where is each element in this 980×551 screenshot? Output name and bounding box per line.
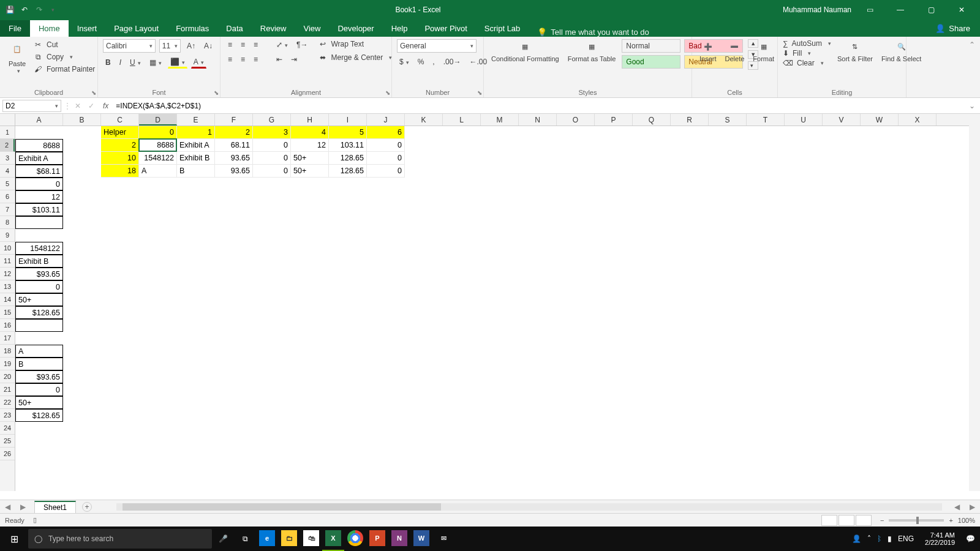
close-button[interactable]: ✕ (949, 6, 974, 14)
cell-H4[interactable]: 50+ (291, 165, 329, 178)
macro-record-icon[interactable]: ▯ (33, 516, 37, 524)
redo-icon[interactable]: ↷ (34, 5, 44, 15)
row-header-19[interactable]: 19 (0, 358, 15, 370)
cell-A6[interactable]: 12 (15, 190, 63, 203)
font-color-button[interactable]: A▾ (191, 56, 206, 69)
cell-F2[interactable]: 68.11 (215, 139, 253, 152)
vertical-scrollbar[interactable] (969, 114, 980, 491)
format-painter-button[interactable]: 🖌Format Painter (33, 64, 95, 74)
number-format-select[interactable]: General▾ (397, 39, 477, 53)
col-header-W[interactable]: W (861, 114, 899, 126)
row-header-9[interactable]: 9 (0, 229, 15, 242)
col-header-S[interactable]: S (709, 114, 747, 126)
tab-script-lab[interactable]: Script Lab (476, 20, 529, 37)
cell-I1[interactable]: 5 (329, 126, 367, 139)
cell-F3[interactable]: 93.65 (215, 152, 253, 165)
bold-button[interactable]: B (103, 57, 113, 68)
cell-G2[interactable]: 0 (253, 139, 291, 152)
collapse-ribbon-icon[interactable]: ⌃ (969, 40, 975, 49)
tab-file[interactable]: File (0, 20, 30, 37)
cell-J3[interactable]: 0 (367, 152, 405, 165)
sort-filter-button[interactable]: ⇅Sort & Filter (835, 39, 875, 62)
col-header-T[interactable]: T (747, 114, 785, 126)
cell-A15[interactable]: $128.65 (15, 306, 63, 319)
row-header-7[interactable]: 7 (0, 203, 15, 216)
col-header-D[interactable]: D (139, 114, 177, 126)
col-header-X[interactable]: X (899, 114, 937, 126)
increase-indent-icon[interactable]: ⇥ (288, 54, 300, 65)
taskbar-powerpoint-icon[interactable]: P (366, 527, 388, 551)
view-normal-icon[interactable] (821, 515, 837, 526)
col-header-N[interactable]: N (519, 114, 557, 126)
taskbar-chrome-icon[interactable] (344, 527, 366, 551)
col-header-R[interactable]: R (671, 114, 709, 126)
cell-H3[interactable]: 50+ (291, 152, 329, 165)
taskbar-store-icon[interactable]: 🛍 (300, 527, 322, 551)
cell-A4[interactable]: $68.11 (15, 165, 63, 178)
zoom-in-icon[interactable]: + (949, 517, 952, 524)
increase-decimal-icon[interactable]: .00→ (441, 56, 464, 67)
cell-A23[interactable]: $128.65 (15, 409, 63, 422)
scrollbar-thumb[interactable] (123, 503, 441, 511)
orientation-icon[interactable]: ⤢▾ (274, 39, 290, 50)
row-header-25[interactable]: 25 (0, 435, 15, 448)
minimize-button[interactable]: — (888, 6, 913, 14)
cortana-mic-icon[interactable]: 🎤 (212, 527, 234, 551)
copy-button[interactable]: ⧉Copy▾ (33, 52, 95, 62)
user-name[interactable]: Muhammad Nauman (783, 6, 851, 14)
row-header-13[interactable]: 13 (0, 280, 15, 293)
cell-C3[interactable]: 10 (101, 152, 139, 165)
cell-A10[interactable]: 1548122 (15, 242, 63, 255)
underline-button[interactable]: U▾ (127, 57, 143, 68)
row-headers[interactable]: 1234567891011121314151617181920212223242… (0, 126, 15, 491)
taskbar-edge-icon[interactable]: e (256, 527, 278, 551)
fx-icon[interactable]: fx (98, 102, 113, 110)
increase-font-icon[interactable]: A↑ (184, 40, 198, 51)
cell-A7[interactable]: $103.11 (15, 203, 63, 216)
cell-I4[interactable]: 128.65 (329, 165, 367, 178)
tab-page-layout[interactable]: Page Layout (105, 20, 167, 37)
sheet-nav-prev-icon[interactable]: ◀ (0, 503, 15, 511)
font-name-select[interactable]: Calibri▾ (103, 39, 156, 53)
tab-help[interactable]: Help (383, 20, 417, 37)
italic-button[interactable]: I (117, 57, 124, 68)
tray-notifications-icon[interactable]: 💬 (966, 534, 975, 543)
tray-chevron-up-icon[interactable]: ˄ (867, 534, 871, 543)
worksheet[interactable]: ABCDEFGHIJKLMNOPQRSTUVWX 123456789101112… (0, 114, 980, 500)
col-header-I[interactable]: I (329, 114, 367, 126)
merge-center-button[interactable]: ⬌Merge & Center▾ (318, 53, 393, 62)
cell-A18[interactable]: A (15, 345, 63, 358)
row-header-2[interactable]: 2 (0, 139, 15, 152)
col-header-V[interactable]: V (823, 114, 861, 126)
cell-F4[interactable]: 93.65 (215, 165, 253, 178)
cell-I2[interactable]: 103.11 (329, 139, 367, 152)
row-header-22[interactable]: 22 (0, 396, 15, 409)
tab-home[interactable]: Home (30, 20, 69, 37)
formula-input[interactable] (113, 100, 964, 112)
expand-formula-bar-icon[interactable]: ⌄ (964, 102, 980, 110)
border-button[interactable]: ▦▾ (147, 57, 164, 68)
undo-icon[interactable]: ↶ (20, 5, 29, 15)
row-header-21[interactable]: 21 (0, 383, 15, 396)
row-header-5[interactable]: 5 (0, 178, 15, 190)
col-header-P[interactable]: P (595, 114, 633, 126)
cell-A2[interactable]: 8688 (15, 139, 63, 152)
cell-style-normal[interactable]: Normal (622, 39, 680, 53)
cell-J4[interactable]: 0 (367, 165, 405, 178)
hscroll-right-icon[interactable]: ▶ (965, 503, 980, 511)
row-header-8[interactable]: 8 (0, 216, 15, 229)
row-header-12[interactable]: 12 (0, 268, 15, 280)
align-center-icon[interactable]: ≡ (238, 54, 247, 65)
align-bottom-icon[interactable]: ≡ (251, 39, 260, 50)
maximize-button[interactable]: ▢ (919, 6, 943, 14)
row-header-11[interactable]: 11 (0, 255, 15, 268)
align-right-icon[interactable]: ≡ (251, 54, 260, 65)
decrease-font-icon[interactable]: A↓ (202, 40, 215, 51)
taskbar-onenote-icon[interactable]: N (388, 527, 410, 551)
cell-H2[interactable]: 12 (291, 139, 329, 152)
cell-D2[interactable]: 8688 (139, 139, 177, 152)
view-page-layout-icon[interactable] (839, 515, 854, 526)
font-size-select[interactable]: 11▾ (159, 39, 181, 53)
delete-cells-button[interactable]: ➖Delete (723, 39, 747, 62)
cell-A22[interactable]: 50+ (15, 396, 63, 409)
